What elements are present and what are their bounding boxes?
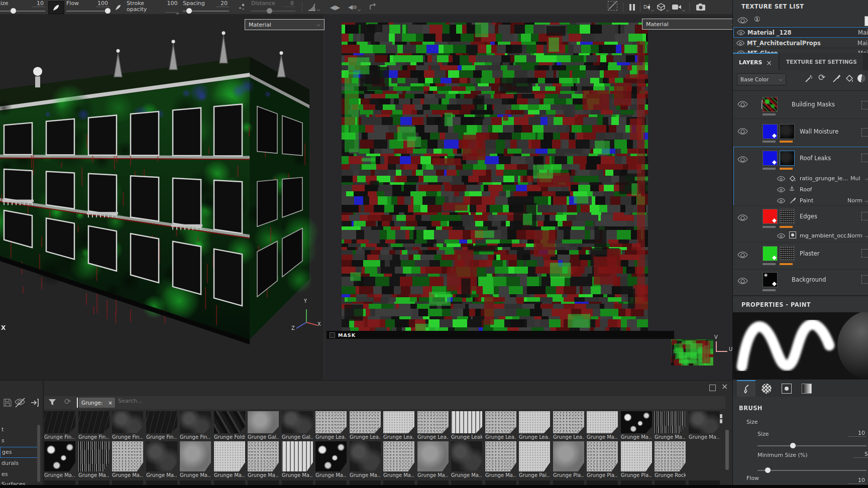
shelf-scrollbar[interactable] (725, 430, 729, 470)
shelf-asset[interactable]: Grunge Ma... (315, 441, 347, 478)
mask-slot-placeholder[interactable] (861, 128, 868, 137)
shelf-asset[interactable]: Grunge Lea... (350, 411, 381, 440)
shelf-asset[interactable]: Grunge Ma... (587, 411, 618, 440)
blend-mode-dropdown[interactable]: Mul (850, 175, 860, 182)
shelf-asset[interactable]: Grunge Pai... (519, 441, 550, 478)
shelf-category-item[interactable]: t (0, 425, 38, 435)
layer-visibility-eye-icon[interactable] (737, 99, 748, 109)
tool-tab-stencil[interactable] (777, 380, 796, 397)
layer-row-building-masks[interactable]: Building Masks (733, 92, 868, 118)
size-track[interactable] (0, 11, 45, 12)
add-generator-icon[interactable]: ⟳ (818, 72, 825, 82)
close-tab-icon[interactable]: × (766, 59, 772, 67)
effect-visibility-eye-icon[interactable] (777, 197, 786, 205)
brush-size-track[interactable] (757, 445, 866, 446)
spacing-value[interactable]: 20 (216, 1, 229, 7)
shelf-asset[interactable]: Grunge Fin... (180, 411, 211, 440)
blend-mode-dropdown[interactable]: Norm (847, 197, 862, 204)
size-slider[interactable]: Size10 (0, 1, 45, 14)
stroke-falloff-curve-icon[interactable] (306, 1, 321, 13)
visibility-eye-icon[interactable] (736, 39, 745, 47)
brush-size-thumb[interactable] (790, 443, 796, 448)
scatter-icon[interactable] (235, 1, 248, 13)
shelf-asset[interactable]: Grunge Lea... (485, 411, 516, 440)
fill-layer-thumbnail[interactable] (763, 124, 778, 139)
spacing-track[interactable] (183, 11, 229, 12)
brush-size-value[interactable]: 10 (848, 430, 866, 437)
distance-value[interactable]: 8 (282, 1, 295, 7)
mask-thumbnail-selected[interactable] (780, 151, 795, 166)
visibility-eye-icon[interactable] (737, 28, 745, 37)
symmetry-settings-icon[interactable]: ◀⚙ (346, 1, 364, 13)
brush-flow-value[interactable]: 10 (848, 477, 866, 484)
shelf-category-item[interactable]: s (0, 436, 38, 446)
shelf-asset[interactable]: Grunge Pla... (553, 441, 584, 478)
uv-texture-canvas[interactable] (342, 23, 648, 331)
shelf-asset[interactable]: Grunge Ma... (485, 441, 516, 478)
shelf-asset[interactable]: Grunge Ma... (146, 441, 177, 478)
effect-visibility-eye-icon[interactable] (777, 232, 786, 240)
min-size-thumb[interactable] (765, 467, 771, 473)
shelf-asset[interactable]: Grunge Ma... (350, 441, 381, 478)
mask-slot-placeholder[interactable] (861, 249, 868, 258)
texture-set-row[interactable]: MT_ArchitecturalProps Mai (733, 38, 868, 48)
layer-row-background[interactable]: Background (733, 270, 868, 295)
flow-slider[interactable]: Flow100 (66, 1, 110, 14)
spacing-slider[interactable]: Spacing20 (183, 1, 229, 14)
shelf-asset[interactable]: Grunge Lea... (315, 411, 347, 440)
tab-layers[interactable]: LAYERS × (733, 53, 778, 71)
layer-row-wall-moisture[interactable]: Wall Moisture (733, 119, 868, 146)
shelf-asset[interactable]: Grunge Ma... (689, 411, 720, 440)
close-shelf-icon[interactable]: × (721, 382, 728, 391)
shelf-asset[interactable]: Grunge Ma... (417, 441, 449, 478)
viewport-3d[interactable]: Material X Y X Z (0, 14, 323, 380)
3d-view-mode-icon[interactable] (656, 1, 670, 13)
category-scrollbar[interactable] (37, 425, 40, 482)
symmetry-icon[interactable]: ◀▶ (328, 1, 343, 13)
stroke-opacity-value[interactable]: 100 (165, 1, 179, 13)
shelf-asset[interactable]: Grunge Fin... (78, 411, 110, 440)
single-set-visibility-icon[interactable]: ① (754, 15, 761, 23)
split-view-icon[interactable]: D (643, 1, 655, 13)
add-paint-layer-icon[interactable] (832, 74, 841, 83)
eye-sync-icon[interactable] (739, 17, 746, 26)
fill-layer-thumbnail[interactable] (763, 246, 778, 261)
layer-visibility-eye-icon[interactable] (737, 276, 748, 286)
shelf-asset[interactable]: Grunge Lea... (553, 411, 584, 440)
shelf-asset[interactable]: Grunge Lea... (383, 411, 414, 440)
shelf-asset[interactable]: Grunge Fin... (44, 411, 75, 440)
shelf-asset[interactable]: Grunge Fin... (146, 411, 177, 440)
effect-row-ratio-grunge[interactable]: ratio_grunge_le... Mul (733, 174, 868, 184)
layer-thumbnail[interactable] (763, 97, 778, 112)
shelf-asset[interactable]: Grunge Fin... (112, 411, 143, 440)
filter-funnel-icon[interactable] (48, 398, 56, 406)
shelf-asset[interactable]: Grunge Ma... (383, 441, 414, 478)
flow-value[interactable]: 100 (96, 1, 110, 7)
shelf-asset[interactable]: Grunge Gal... (248, 411, 279, 440)
mask-slot-placeholder[interactable] (861, 275, 868, 284)
min-size-value[interactable]: 5 (853, 451, 868, 458)
shelf-asset[interactable]: Grunge Leaks (451, 411, 482, 440)
size-thumb[interactable] (11, 8, 16, 14)
flow-falloff-icon[interactable] (115, 1, 122, 13)
lazy-mouse-icon[interactable] (367, 1, 380, 13)
shelf-asset[interactable]: Grunge Lea... (417, 411, 449, 440)
flow-track[interactable] (66, 11, 110, 12)
layer-visibility-eye-icon[interactable] (737, 126, 748, 137)
layer-row-edges[interactable]: Edges (733, 206, 868, 232)
3d-scene-canvas[interactable] (0, 14, 323, 380)
shelf-asset[interactable]: Grunge Folds (214, 411, 245, 440)
visibility-eye-icon[interactable] (737, 49, 745, 53)
layer-row-plaster[interactable]: Plaster (733, 243, 868, 269)
add-fill-layer-icon[interactable] (845, 74, 854, 83)
search-tag-chip[interactable]: Grunge: × (79, 398, 115, 408)
shelf-asset[interactable]: Grunge Lea... (519, 411, 550, 440)
shelf-asset[interactable]: Grunge Ma... (621, 411, 652, 440)
shelf-category-item-selected[interactable]: ges (0, 447, 39, 458)
shelf-asset[interactable]: Grunge Ma... (248, 441, 279, 478)
shelf-asset[interactable]: Grunge Pla... (621, 441, 652, 478)
screenshot-camera-icon[interactable] (693, 1, 708, 13)
shelf-category-item[interactable]: es (0, 469, 38, 479)
camera-view-icon[interactable] (671, 1, 686, 13)
shelf-asset[interactable]: Grunge Ma... (180, 441, 211, 478)
